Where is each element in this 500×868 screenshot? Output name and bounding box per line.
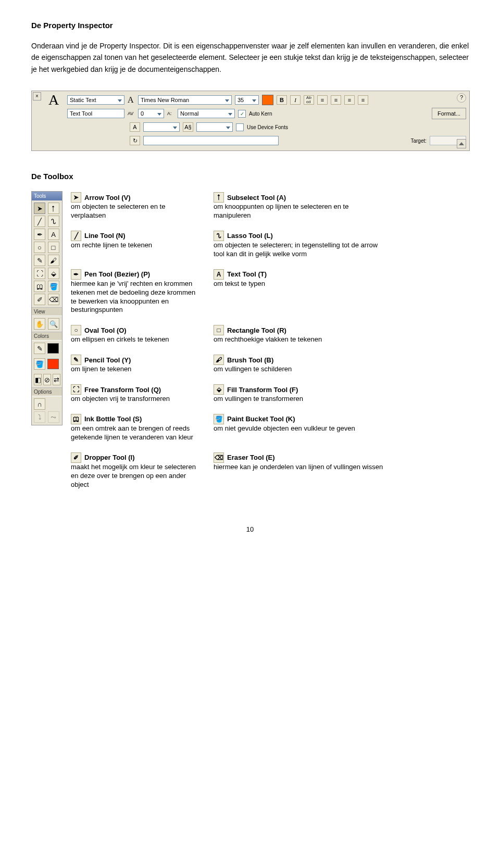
tool-name: Text Tool (T): [227, 270, 267, 278]
char-position-dropdown[interactable]: [143, 122, 180, 132]
stroke-color-swatch[interactable]: [47, 343, 59, 354]
toolbox-area: Tools ➤ ⭡ ╱ ᔐ ✒ A ○ □ ✎ 🖌 ⛶ ⬙ 🕮 🪣 ✐ ⌫ Vi…: [31, 191, 469, 494]
tool-icon: ⬙: [214, 384, 224, 395]
property-inspector-panel: × ? A Static Text A Times New Roman 35 B…: [31, 91, 470, 151]
colors-section-label: Colors: [32, 332, 62, 341]
paint-bucket-tool-button[interactable]: 🪣: [48, 281, 59, 292]
align-right-button[interactable]: ≡: [344, 95, 355, 105]
brush-tool-button[interactable]: 🖌: [48, 255, 59, 266]
swap-colors-button[interactable]: ⇄: [53, 374, 60, 385]
instance-name-input[interactable]: Text Tool: [67, 109, 124, 118]
tool-description: ⛶Free Transform Tool (Q)om objecten vrij…: [71, 383, 201, 409]
tool-name: Paint Bucket Tool (K): [227, 415, 295, 423]
tool-description: ✎Pencil Tool (Y)om lijnen te tekenen: [71, 354, 201, 379]
expand-panel-button[interactable]: [457, 139, 466, 148]
tool-title: ➤Arrow Tool (V): [71, 192, 201, 203]
subselect-tool-button[interactable]: ⭡: [48, 203, 59, 214]
tool-icon: ✒: [71, 269, 81, 280]
selectable-icon[interactable]: A§: [183, 122, 193, 132]
tool-description-text: om tekst te typen: [214, 280, 385, 288]
align-center-button[interactable]: ≡: [331, 95, 341, 105]
tool-description: 🖌Brush Tool (B)om vullingen te schildere…: [214, 354, 385, 379]
tool-title: ⌫Eraser Tool (E): [214, 452, 385, 463]
selectable-dropdown[interactable]: [196, 122, 233, 132]
tool-title: ╱Line Tool (N): [71, 231, 201, 241]
heading-toolbox: De Toolbox: [31, 172, 469, 181]
fill-color-icon: 🪣: [34, 358, 45, 370]
tool-description-text: om lijnen te tekenen: [71, 365, 201, 374]
dropper-tool-button[interactable]: ✐: [34, 294, 45, 305]
text-type-dropdown[interactable]: Static Text: [67, 95, 124, 105]
font-dropdown[interactable]: Times New Roman: [138, 95, 232, 105]
font-size-input[interactable]: 35: [235, 95, 259, 105]
letter-spacing-input[interactable]: 0: [138, 109, 164, 118]
tool-icon: ⌫: [214, 452, 224, 463]
tool-title: 🖌Brush Tool (B): [214, 355, 385, 365]
tool-name: Arrow Tool (V): [84, 194, 131, 202]
tool-description-text: om een omtrek aan te brengen of reeds ge…: [71, 424, 201, 442]
autokern-toggle-icon[interactable]: Ab cd: [304, 95, 314, 105]
tool-description-text: om knooppunten op lijnen te selecteren e…: [214, 203, 385, 220]
tool-description-text: maakt het mogelijk om kleur te selectere…: [71, 463, 201, 489]
font-label-icon: A: [128, 95, 135, 105]
tool-description-text: om vullingen te schilderen: [214, 365, 385, 374]
straighten-option-button[interactable]: ⤳: [48, 411, 59, 423]
tool-title: ✎Pencil Tool (Y): [71, 355, 201, 365]
tool-description-text: om objecten vrij te transformeren: [71, 395, 201, 404]
tool-icon: ⭡: [214, 192, 224, 203]
link-icon[interactable]: ↻: [130, 136, 140, 145]
tool-description-text: om rechthoekige vlakken te tekenen: [214, 335, 385, 344]
tool-name: Pencil Tool (Y): [84, 356, 131, 364]
fill-color-swatch[interactable]: [47, 359, 59, 369]
tool-title: ᔐLasso Tool (L): [214, 231, 385, 241]
tool-icon: ╱: [71, 231, 81, 241]
tool-description: 🪣Paint Bucket Tool (K)om niet gevulde ob…: [214, 413, 385, 447]
tool-icon: ⛶: [71, 384, 81, 395]
text-type-icon: A: [43, 92, 64, 108]
italic-button[interactable]: I: [290, 95, 301, 105]
autokern-label: Auto Kern: [249, 111, 272, 117]
char-position-icon[interactable]: A: [130, 122, 140, 132]
tool-icon: 🕮: [71, 414, 81, 424]
tool-description: ✐Dropper Tool (I)maakt het mogelijk om k…: [71, 451, 201, 495]
no-color-button[interactable]: ⊘: [43, 374, 51, 385]
free-transform-tool-button[interactable]: ⛶: [34, 268, 45, 279]
tool-title: ✐Dropper Tool (I): [71, 452, 201, 463]
format-button[interactable]: Format...: [432, 108, 466, 119]
default-colors-button[interactable]: ◧: [34, 374, 42, 385]
tool-description: ᔐLasso Tool (L)om objecten te selecteren…: [214, 230, 385, 264]
rectangle-tool-button[interactable]: □: [48, 242, 59, 253]
autokern-checkbox[interactable]: ✓: [238, 110, 246, 118]
pencil-tool-button[interactable]: ✎: [34, 255, 45, 266]
smooth-option-button[interactable]: ⤵: [34, 411, 45, 423]
lasso-tool-button[interactable]: ᔐ: [48, 216, 59, 227]
text-color-swatch[interactable]: [262, 95, 273, 105]
antialias-dropdown[interactable]: Normal: [178, 109, 235, 118]
tool-icon: □: [214, 325, 224, 335]
tool-title: AText Tool (T): [214, 269, 385, 280]
tool-description: ⭡Subselect Tool (A)om knooppunten op lij…: [214, 191, 385, 225]
ink-bottle-tool-button[interactable]: 🕮: [34, 281, 45, 292]
arrow-tool-button[interactable]: ➤: [34, 203, 45, 214]
pen-tool-button[interactable]: ✒: [34, 229, 45, 240]
bold-button[interactable]: B: [277, 95, 287, 105]
text-tool-button[interactable]: A: [48, 229, 59, 240]
fill-transform-tool-button[interactable]: ⬙: [48, 268, 59, 279]
line-tool-button[interactable]: ╱: [34, 216, 45, 227]
zoom-tool-button[interactable]: 🔍: [48, 318, 59, 330]
device-fonts-checkbox[interactable]: [236, 123, 244, 131]
align-left-button[interactable]: ≡: [317, 95, 328, 105]
tool-icon: A: [214, 269, 224, 280]
hand-tool-button[interactable]: ✋: [34, 318, 45, 330]
tool-descriptions: ➤Arrow Tool (V)om objecten te selecteren…: [71, 191, 385, 494]
snap-option-button[interactable]: ∩: [34, 398, 45, 410]
tool-description: ⬙Fill Transform Tool (F)om vullingen te …: [214, 383, 385, 409]
tool-description-text: om objecten te selecteren; in tegenstell…: [214, 241, 385, 259]
close-icon[interactable]: ×: [33, 92, 41, 100]
eraser-tool-button[interactable]: ⌫: [48, 294, 59, 305]
url-input[interactable]: [143, 136, 279, 145]
align-justify-button[interactable]: ≡: [358, 95, 368, 105]
oval-tool-button[interactable]: ○: [34, 242, 45, 253]
aa-label: A:: [167, 111, 174, 116]
tool-name: Free Transform Tool (Q): [84, 386, 161, 394]
